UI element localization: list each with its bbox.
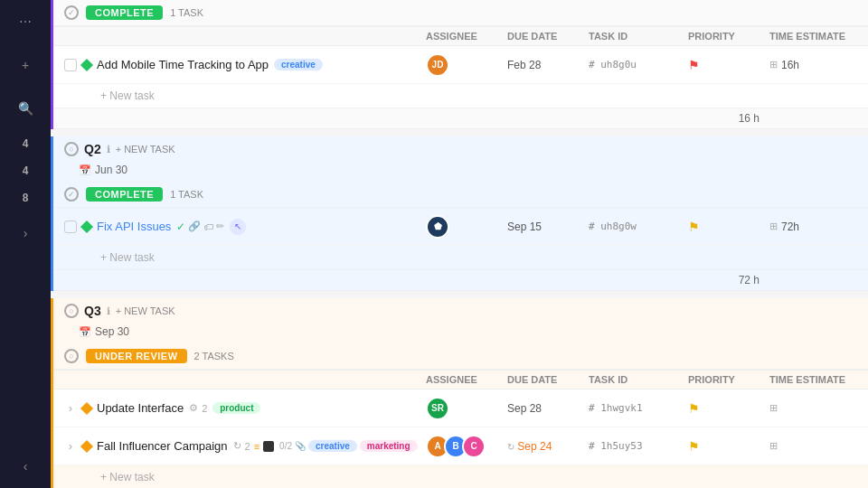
q1-total: 16 h	[53, 108, 868, 129]
q2-priority-flag: ⚑	[688, 220, 700, 234]
q1-task-tag[interactable]: creative	[274, 59, 323, 70]
q3-task2-icons: ↻ 2 ≡	[233, 440, 275, 452]
q2-task-diamond	[80, 220, 93, 232]
q2-status-badge: COMPLETE	[86, 187, 163, 202]
q3-info-icon[interactable]: ℹ	[107, 305, 110, 317]
q1-task-count: 1 TASK	[170, 7, 203, 18]
q3-section-header: ○ Q3 ℹ + NEW TASK	[53, 298, 868, 324]
col-name	[64, 31, 426, 42]
col-task-id: TASK ID	[589, 31, 688, 42]
q3-col-assignee: ASSIGNEE	[426, 374, 507, 385]
sidebar-collapse-icon[interactable]: ‹	[11, 452, 40, 481]
col-assignee: ASSIGNEE	[426, 31, 507, 42]
q2-title[interactable]: Q2	[84, 142, 101, 156]
q3-task1-name-cell: › Update Interface ⚙ 2 product	[64, 401, 426, 415]
q1-task-name-cell: Add Mobile Time Tracking to App creative	[64, 58, 426, 71]
q2-task-name[interactable]: Fix API Issues	[97, 220, 171, 233]
q3-task1-due-date: Sep 28	[507, 402, 589, 415]
q2-tag-icon: 🏷	[203, 221, 213, 232]
q3-task-count: 2 TASKS	[194, 351, 234, 361]
q2-toggle[interactable]: ○	[64, 142, 79, 156]
q3-task2-assignees: A B C	[426, 435, 507, 458]
q3-task1-priority-flag: ⚑	[688, 401, 700, 416]
q1-toggle[interactable]: ✓	[64, 5, 79, 20]
q2-section-header: ○ Q2 ℹ + NEW TASK	[53, 136, 868, 162]
q1-task-name[interactable]: Add Mobile Time Tracking to App	[97, 58, 269, 71]
q3-task2-sync-icon: ↻	[233, 440, 241, 452]
q2-avatar: ⬟	[426, 215, 449, 239]
col-due-date: DUE DATE	[507, 31, 589, 42]
q3-task2-time-icon: ⊞	[769, 440, 778, 452]
sidebar-number-1: 4	[23, 137, 29, 150]
section-q2: ○ Q2 ℹ + NEW TASK 📅 Jun 30 ✓ COMPLETE 1 …	[51, 136, 868, 291]
q2-date: 📅 Jun 30	[53, 162, 868, 182]
q2-task-name-cell: Fix API Issues ✓ 🔗 🏷 ✏ ↖	[64, 219, 426, 235]
q2-status-toggle[interactable]: ✓	[64, 187, 79, 202]
q1-task-checkbox[interactable]	[64, 59, 77, 71]
separator-1	[51, 129, 868, 136]
q3-task2-progress: 0/2	[279, 441, 292, 451]
q3-task1-row: › Update Interface ⚙ 2 product SR Sep 28…	[53, 389, 868, 427]
q1-task-row: Add Mobile Time Tracking to App creative…	[53, 46, 868, 84]
q3-task2-tag1[interactable]: creative	[308, 440, 357, 452]
sidebar: ⋯ + 🔍 4 4 8 › ‹	[0, 0, 51, 488]
q3-task2-name[interactable]: Fall Influencer Campaign	[97, 439, 228, 453]
q3-task1-tag[interactable]: product	[212, 402, 260, 414]
q3-task1-avatar: SR	[426, 397, 449, 420]
q2-task-checkbox[interactable]	[64, 221, 77, 233]
q1-assignee: JD	[426, 53, 507, 77]
q3-task2-attachment-icon: 📎	[295, 441, 306, 451]
q3-col-task-id: TASK ID	[589, 374, 688, 385]
q3-task2-equal-icon: ≡	[254, 441, 259, 452]
q3-task1-name[interactable]: Update Interface	[97, 401, 184, 415]
q1-status-row: ✓ COMPLETE 1 TASK	[53, 0, 868, 26]
q3-task1-icons: ⚙ 2	[189, 402, 207, 414]
q1-task-diamond	[80, 58, 93, 70]
sidebar-add-icon[interactable]: +	[11, 51, 40, 80]
q3-status-row: ○ UNDER REVIEW 2 TASKS	[53, 343, 868, 370]
sidebar-menu-icon[interactable]: ⋯	[11, 7, 40, 36]
q2-due-date: Sep 15	[507, 221, 589, 233]
q3-new-task[interactable]: + New task	[53, 465, 868, 488]
q3-toggle[interactable]: ○	[64, 304, 79, 318]
q1-due-date: Feb 28	[507, 59, 589, 71]
q3-col-name	[64, 374, 426, 385]
q3-col-time-estimate: TIME ESTIMATE	[769, 374, 868, 385]
q3-task1-priority: ⚑	[688, 401, 769, 416]
q2-task-id: # uh8g0w	[589, 221, 688, 232]
q3-title[interactable]: Q3	[84, 304, 101, 318]
section-q3: ○ Q3 ℹ + NEW TASK 📅 Sep 30 ○ UNDER REVIE…	[51, 298, 868, 488]
q2-date-icon: 📅	[79, 164, 91, 176]
q3-task2-expand[interactable]: ›	[64, 440, 77, 453]
q3-task2-due-date: ↻ Sep 24	[507, 440, 589, 453]
q3-task1-subtask-icon: ⚙	[189, 402, 198, 414]
q2-new-task[interactable]: + New task	[53, 246, 868, 270]
q3-date-icon: 📅	[79, 326, 91, 338]
q2-edit-icon[interactable]: ✏	[216, 221, 224, 232]
q1-new-task[interactable]: + New task	[53, 84, 868, 108]
q1-priority-flag: ⚑	[688, 58, 700, 72]
q3-task1-diamond	[80, 401, 93, 414]
q2-task-row: Fix API Issues ✓ 🔗 🏷 ✏ ↖ ⬟ Sep 15 # uh8g…	[53, 208, 868, 246]
q2-new-task-btn[interactable]: + NEW TASK	[116, 144, 175, 155]
q3-col-priority: PRIORITY	[688, 374, 769, 385]
q3-task1-time-icon: ⊞	[769, 402, 778, 414]
q3-task2-priority-flag: ⚑	[688, 439, 700, 454]
q2-cursor-indicator: ↖	[230, 219, 246, 235]
q3-task2-tag2[interactable]: marketing	[360, 440, 418, 452]
q3-task1-id: # 1hwgvk1	[589, 402, 688, 414]
q3-task2-count: 2	[245, 441, 250, 452]
q2-info-icon[interactable]: ℹ	[107, 144, 110, 155]
q3-task1-expand[interactable]: ›	[64, 402, 77, 415]
sidebar-search-icon[interactable]: 🔍	[11, 94, 40, 123]
q3-status-toggle[interactable]: ○	[64, 349, 79, 363]
col-time-estimate: TIME ESTIMATE	[769, 31, 868, 42]
q3-task2-name-cell: › Fall Influencer Campaign ↻ 2 ≡ 0/2 📎 c…	[64, 439, 426, 453]
q3-task2-id: # 1h5uy53	[589, 440, 688, 452]
q3-table-header: ASSIGNEE DUE DATE TASK ID PRIORITY TIME …	[53, 370, 868, 389]
q3-new-task-btn[interactable]: + NEW TASK	[116, 305, 175, 316]
sidebar-expand-icon[interactable]: ›	[11, 219, 40, 248]
separator-2	[51, 291, 868, 298]
col-priority: PRIORITY	[688, 31, 769, 42]
q2-assignee: ⬟	[426, 215, 507, 239]
